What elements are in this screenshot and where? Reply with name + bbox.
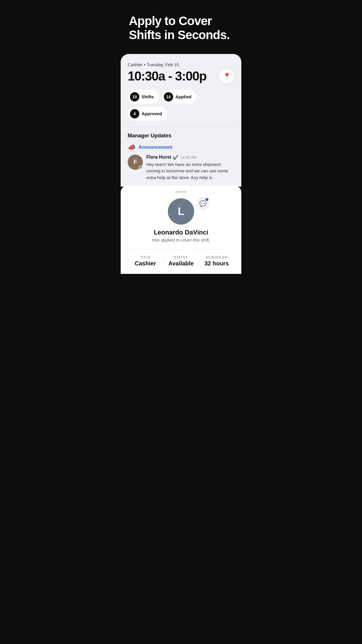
stat-scheduled: SCHEDULED 32 hours [199, 256, 234, 267]
shift-meta: Cashier • Tuesday, Feb 15 [128, 62, 234, 67]
online-indicator [139, 166, 142, 169]
message-body: Flora Hurst ✔️ 11:42 AM Hey team! We hav… [146, 155, 234, 181]
message-header: Flora Hurst ✔️ 11:42 AM [146, 155, 234, 160]
shifts-tag[interactable]: 10 Shifts [128, 90, 159, 104]
flora-avatar-wrap: F [128, 155, 143, 170]
status-stat-value: Available [168, 260, 194, 267]
profile-avatar: L [168, 198, 194, 225]
shifts-count: 10 [130, 92, 139, 102]
scheduled-stat-label: SCHEDULED [205, 256, 228, 259]
applied-tag[interactable]: 14 Applied [161, 90, 196, 104]
profile-section: L 💬 Leonardo DaVinci Has applied to cove… [128, 198, 234, 242]
shift-time-text: 10:30a - 3:00p [128, 69, 206, 83]
chat-notification-dot [205, 198, 208, 201]
verified-icon: ✔️ [173, 155, 179, 160]
stats-row: TITLE Cashier STATUS Available SCHEDULED… [128, 249, 234, 267]
megaphone-icon: 📣 [128, 144, 136, 151]
location-icon: 📍 [223, 73, 231, 80]
announcement-label: Announcement [138, 145, 172, 150]
title-stat-label: TITLE [140, 256, 150, 259]
location-button[interactable]: 📍 [219, 69, 234, 84]
shift-time-row: 10:30a - 3:00p 📍 [128, 69, 234, 84]
profile-card: L 💬 Leonardo DaVinci Has applied to cove… [121, 186, 241, 274]
title-stat-value: Cashier [135, 260, 156, 267]
message-time: 11:42 AM [180, 155, 196, 160]
applied-label: Applied [175, 94, 191, 99]
hero-title: Apply to Cover Shifts in Seconds. [129, 14, 233, 42]
leonardo-face: L [168, 198, 194, 225]
stat-title: TITLE Cashier [128, 256, 163, 267]
approved-label: Approved [142, 111, 162, 116]
sender-name: Flora Hurst [146, 155, 171, 160]
shifts-label: Shifts [142, 94, 154, 99]
profile-name: Leonardo DaVinci [154, 229, 208, 236]
shift-card: Cashier • Tuesday, Feb 15 10:30a - 3:00p… [121, 54, 241, 187]
chat-button[interactable]: 💬 [196, 197, 209, 210]
status-stat-label: STATUS [174, 256, 188, 259]
announcement-header: 📣 Announcement [128, 144, 234, 151]
approved-count: 4 [130, 109, 139, 118]
applied-count: 14 [164, 92, 173, 102]
approved-tag[interactable]: 4 Approved [128, 107, 167, 121]
scheduled-stat-value: 32 hours [205, 260, 229, 267]
stat-status: STATUS Available [163, 256, 198, 267]
profile-subtitle: Has applied to cover this shift. [152, 237, 210, 242]
hero-section: Apply to Cover Shifts in Seconds. [121, 0, 241, 52]
chat-icon: 💬 [199, 200, 207, 207]
divider [128, 127, 234, 127]
manager-updates-title: Manager Updates [128, 133, 234, 139]
message-row: F Flora Hurst ✔️ 11:42 AM Hey team! We h… [128, 155, 234, 181]
scroll-indicator [175, 191, 187, 192]
message-text: Hey team! We have an extra shipment comi… [146, 161, 234, 181]
profile-avatar-wrap: L 💬 [168, 198, 194, 225]
tags-row: 10 Shifts 14 Applied 4 Approved [128, 90, 234, 121]
